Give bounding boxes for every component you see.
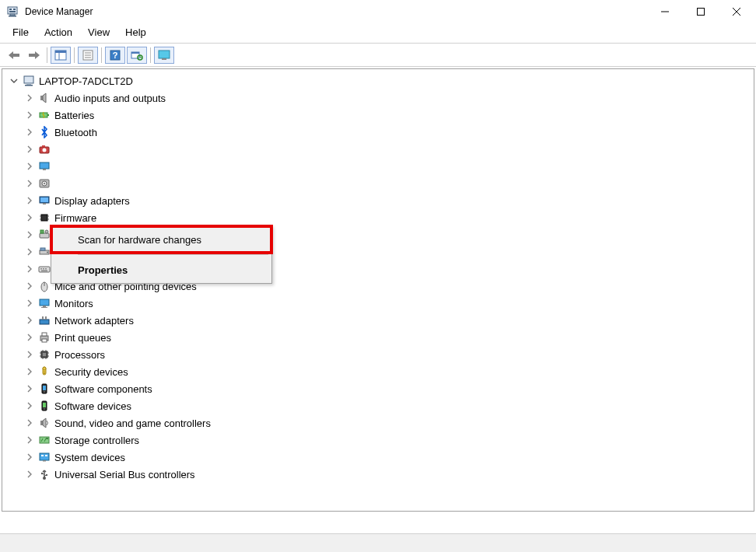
storage-icon xyxy=(37,433,51,447)
chevron-right-icon[interactable] xyxy=(24,281,34,292)
svg-point-99 xyxy=(41,473,43,474)
tree-item-label: System devices xyxy=(54,452,125,463)
tree-item-label: Print queues xyxy=(54,332,111,344)
window-controls xyxy=(647,0,754,23)
svg-rect-5 xyxy=(9,11,16,12)
tree-item[interactable]: Print queues xyxy=(4,329,752,346)
tree-item[interactable]: Batteries xyxy=(4,107,752,124)
menu-view[interactable]: View xyxy=(82,25,116,40)
chevron-right-icon[interactable] xyxy=(24,299,34,309)
context-menu-scan[interactable]: Scan for hardware changes xyxy=(51,226,271,253)
close-button[interactable] xyxy=(719,0,754,23)
chevron-right-icon[interactable] xyxy=(24,333,34,343)
svg-rect-42 xyxy=(43,203,46,204)
tree-item[interactable] xyxy=(4,158,752,175)
svg-rect-69 xyxy=(42,339,47,342)
svg-rect-52 xyxy=(40,248,45,250)
svg-rect-49 xyxy=(40,230,44,233)
tree-item[interactable]: Sound, video and game controllers xyxy=(4,414,752,431)
svg-rect-26 xyxy=(24,76,33,83)
svg-rect-71 xyxy=(43,353,46,356)
chevron-right-icon[interactable] xyxy=(24,213,34,223)
svg-point-53 xyxy=(47,252,48,253)
chevron-right-icon[interactable] xyxy=(24,162,34,172)
computer-icon xyxy=(22,74,36,88)
help-button[interactable]: ? xyxy=(105,47,125,64)
svg-text:?: ? xyxy=(113,51,118,60)
menu-file[interactable]: File xyxy=(6,25,35,40)
tree-item[interactable]: Display adapters xyxy=(4,192,752,209)
chevron-right-icon[interactable] xyxy=(24,145,34,155)
menu-action[interactable]: Action xyxy=(38,25,79,40)
chevron-right-icon[interactable] xyxy=(24,93,34,103)
tree-item[interactable]: Bluetooth xyxy=(4,124,752,141)
device-monitor-button[interactable] xyxy=(154,47,174,64)
tree-item[interactable]: Software components xyxy=(4,380,752,397)
svg-rect-10 xyxy=(12,54,19,57)
bluetooth-icon xyxy=(37,125,51,139)
properties-button[interactable] xyxy=(78,47,98,64)
tree-item[interactable]: Software devices xyxy=(4,397,752,414)
ide-icon xyxy=(37,245,51,259)
svg-rect-93 xyxy=(40,453,49,460)
toolbar-separator xyxy=(150,47,151,63)
chevron-right-icon[interactable] xyxy=(24,247,34,257)
toolbar-separator xyxy=(101,47,102,63)
tree-item[interactable]: Storage controllers xyxy=(4,431,752,449)
svg-point-89 xyxy=(44,408,45,410)
tree-item[interactable] xyxy=(4,141,752,158)
tree-item[interactable]: Audio inputs and outputs xyxy=(4,89,752,107)
tree-item[interactable] xyxy=(4,175,752,192)
scan-hardware-button[interactable] xyxy=(127,47,147,64)
back-button[interactable] xyxy=(5,46,23,65)
chevron-right-icon[interactable] xyxy=(24,110,34,121)
system-icon xyxy=(37,450,51,464)
menu-help[interactable]: Help xyxy=(119,25,152,40)
svg-rect-7 xyxy=(698,9,705,16)
tree-item-label: Software devices xyxy=(54,400,131,412)
hid-icon xyxy=(37,228,51,242)
tree-item[interactable]: Security devices xyxy=(4,363,752,380)
disk-icon xyxy=(37,176,51,190)
tree-root[interactable]: LAPTOP-7ADCLT2D xyxy=(4,72,752,89)
svg-rect-28 xyxy=(25,85,33,86)
chevron-right-icon[interactable] xyxy=(24,435,34,445)
chip-icon xyxy=(37,211,51,225)
chevron-right-icon[interactable] xyxy=(24,470,34,480)
chevron-right-icon[interactable] xyxy=(24,316,34,326)
usb-icon xyxy=(37,467,51,481)
tree-item[interactable]: Universal Serial Bus controllers xyxy=(4,466,752,483)
chevron-right-icon[interactable] xyxy=(24,367,34,377)
svg-rect-1 xyxy=(10,14,15,16)
chevron-right-icon[interactable] xyxy=(24,196,34,206)
chevron-right-icon[interactable] xyxy=(24,179,34,189)
forward-button[interactable] xyxy=(25,46,44,65)
tree-item[interactable]: System devices xyxy=(4,449,752,466)
tree-item[interactable]: Processors xyxy=(4,346,752,363)
tree-item[interactable]: Network adapters xyxy=(4,312,752,329)
svg-rect-11 xyxy=(29,54,36,57)
chevron-right-icon[interactable] xyxy=(24,401,34,411)
svg-rect-22 xyxy=(131,52,139,54)
network-icon xyxy=(37,313,51,327)
tree-item[interactable]: Firmware xyxy=(4,209,752,226)
maximize-button[interactable] xyxy=(683,0,719,23)
context-menu-properties[interactable]: Properties xyxy=(51,257,271,283)
chevron-right-icon[interactable] xyxy=(24,264,34,274)
chevron-down-icon[interactable] xyxy=(9,76,19,86)
svg-rect-48 xyxy=(40,233,49,238)
tree-item-label: Batteries xyxy=(54,110,94,121)
minimize-button[interactable] xyxy=(647,0,683,23)
chevron-right-icon[interactable] xyxy=(24,230,34,240)
svg-rect-2 xyxy=(9,16,16,17)
chevron-right-icon[interactable] xyxy=(24,128,34,138)
chevron-right-icon[interactable] xyxy=(24,350,34,360)
chevron-right-icon[interactable] xyxy=(24,418,34,428)
svg-rect-62 xyxy=(43,306,46,307)
svg-rect-36 xyxy=(43,169,46,170)
show-hide-console-tree-button[interactable] xyxy=(51,47,71,64)
tree-item[interactable]: Monitors xyxy=(4,295,752,312)
chevron-right-icon[interactable] xyxy=(24,452,34,463)
svg-rect-35 xyxy=(40,162,49,169)
chevron-right-icon[interactable] xyxy=(24,384,34,394)
